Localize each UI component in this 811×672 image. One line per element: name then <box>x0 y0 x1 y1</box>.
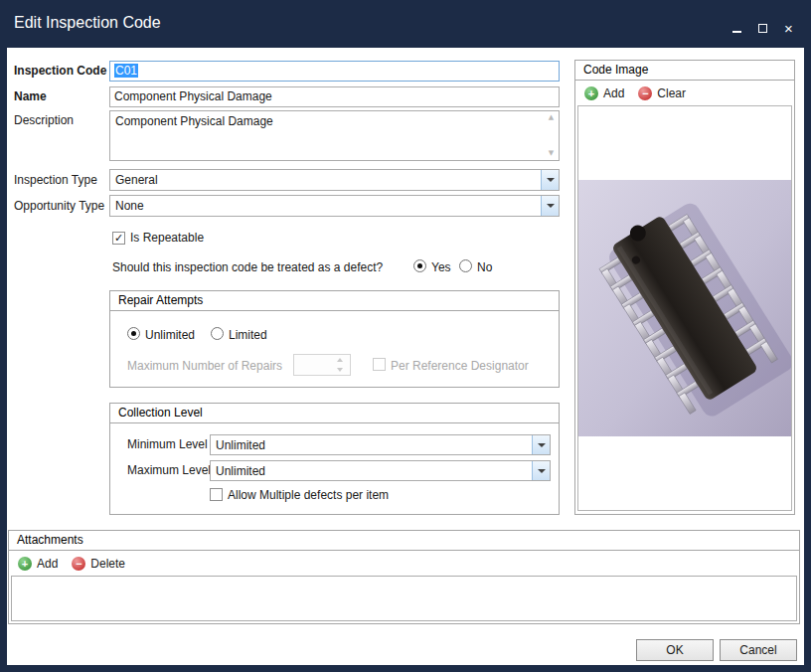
repair-attempts-group: Repair Attempts Unlimited Limited Maximu… <box>109 290 560 388</box>
attachments-group: Attachments + Add − Delete <box>8 530 800 624</box>
chevron-down-icon <box>547 178 555 182</box>
per-reference-label: Per Reference Designator <box>391 359 529 373</box>
description-scrollbar[interactable]: ▲ ▼ <box>544 111 559 160</box>
attachments-add-button[interactable]: + Add <box>18 557 58 571</box>
code-image-add-button[interactable]: + Add <box>584 86 624 100</box>
inspection-type-label: Inspection Type <box>14 169 97 191</box>
scroll-down-icon[interactable]: ▼ <box>549 150 554 157</box>
maximum-level-value: Unlimited <box>216 464 265 478</box>
allow-multiple-checkbox[interactable] <box>210 488 223 501</box>
delete-icon: − <box>72 557 85 571</box>
is-repeatable-label: Is Repeatable <box>130 231 204 245</box>
minimize-icon <box>732 31 741 33</box>
window-controls: × <box>730 22 795 35</box>
minimize-button[interactable] <box>730 22 743 35</box>
is-repeatable-checkbox[interactable]: ✓ <box>112 232 125 245</box>
minimum-level-value: Unlimited <box>216 438 265 452</box>
chevron-down-icon <box>538 443 546 447</box>
attachments-delete-button[interactable]: − Delete <box>72 557 125 571</box>
code-image-clear-label: Clear <box>657 86 686 100</box>
name-label: Name <box>14 86 47 107</box>
code-image-box <box>577 105 792 511</box>
minimum-level-dropdown-button[interactable] <box>532 435 550 454</box>
attachments-delete-label: Delete <box>90 557 125 571</box>
code-image-clear-button[interactable]: − Clear <box>638 86 686 100</box>
code-image-group: Code Image + Add − Clear <box>574 60 795 515</box>
code-image-title: Code Image <box>575 61 794 81</box>
add-icon: + <box>18 557 32 571</box>
close-button[interactable]: × <box>782 22 795 35</box>
maximize-button[interactable] <box>756 22 769 35</box>
inspection-type-dropdown[interactable]: General <box>109 169 560 191</box>
defect-yes-label: Yes <box>431 260 451 274</box>
titlebar: Edit Inspection Code × <box>0 0 811 48</box>
ok-button[interactable]: OK <box>636 639 714 661</box>
minimum-level-dropdown[interactable]: Unlimited <box>210 434 551 455</box>
allow-multiple-label: Allow Multiple defects per item <box>228 488 389 502</box>
window-title: Edit Inspection Code <box>14 14 161 32</box>
inspection-code-input[interactable]: C01 <box>109 61 560 82</box>
defect-no-label: No <box>477 260 492 274</box>
collection-level-group: Collection Level Minimum Level Unlimited… <box>109 403 560 515</box>
maximum-level-label: Maximum Level <box>127 460 211 481</box>
chevron-down-icon <box>538 469 546 473</box>
attachments-add-label: Add <box>37 557 58 571</box>
maximize-icon <box>758 24 767 33</box>
scroll-up-icon[interactable]: ▲ <box>549 114 554 121</box>
repair-attempts-title: Repair Attempts <box>110 291 559 311</box>
code-image-toolbar: + Add − Clear <box>575 82 794 104</box>
inspection-code-value: C01 <box>114 64 138 78</box>
limited-radio[interactable] <box>211 327 224 340</box>
inspection-type-dropdown-button[interactable] <box>541 170 559 190</box>
description-label: Description <box>14 110 74 131</box>
opportunity-type-dropdown-button[interactable] <box>541 196 559 216</box>
opportunity-type-label: Opportunity Type <box>14 195 104 217</box>
attachments-toolbar: + Add − Delete <box>9 552 799 575</box>
dialog-body: Inspection Code C01 Name Component Physi… <box>7 48 804 665</box>
defect-yes-radio[interactable] <box>413 259 426 272</box>
cancel-button[interactable]: Cancel <box>720 639 797 661</box>
attachments-list[interactable] <box>11 576 797 621</box>
minimum-level-label: Minimum Level <box>127 434 208 455</box>
defect-no-radio[interactable] <box>459 259 472 272</box>
description-value: Component Physical Damage <box>115 114 273 128</box>
code-image-photo <box>578 180 791 436</box>
inspection-code-label: Inspection Code <box>14 61 106 82</box>
per-reference-checkbox[interactable] <box>373 358 386 371</box>
spinner-arrows-icon <box>337 358 343 372</box>
inspection-type-value: General <box>115 173 158 187</box>
maximum-level-dropdown[interactable]: Unlimited <box>210 460 551 481</box>
add-icon: + <box>584 86 598 100</box>
attachments-title: Attachments <box>9 531 799 551</box>
unlimited-radio[interactable] <box>127 327 140 340</box>
chevron-down-icon <box>547 204 555 208</box>
opportunity-type-value: None <box>115 199 144 213</box>
max-repairs-label: Maximum Number of Repairs <box>127 359 282 373</box>
limited-label: Limited <box>229 328 267 342</box>
max-repairs-spinner[interactable] <box>293 354 351 376</box>
clear-icon: − <box>638 86 652 100</box>
opportunity-type-dropdown[interactable]: None <box>109 195 560 217</box>
maximum-level-dropdown-button[interactable] <box>532 461 550 480</box>
check-icon: ✓ <box>114 233 123 244</box>
unlimited-label: Unlimited <box>145 328 195 342</box>
defect-question-label: Should this inspection code be treated a… <box>112 260 383 274</box>
code-image-add-label: Add <box>603 86 624 100</box>
description-textarea[interactable]: Component Physical Damage ▲ ▼ <box>109 110 560 161</box>
name-value: Component Physical Damage <box>114 89 272 103</box>
collection-level-title: Collection Level <box>110 404 559 423</box>
name-input[interactable]: Component Physical Damage <box>109 86 560 107</box>
